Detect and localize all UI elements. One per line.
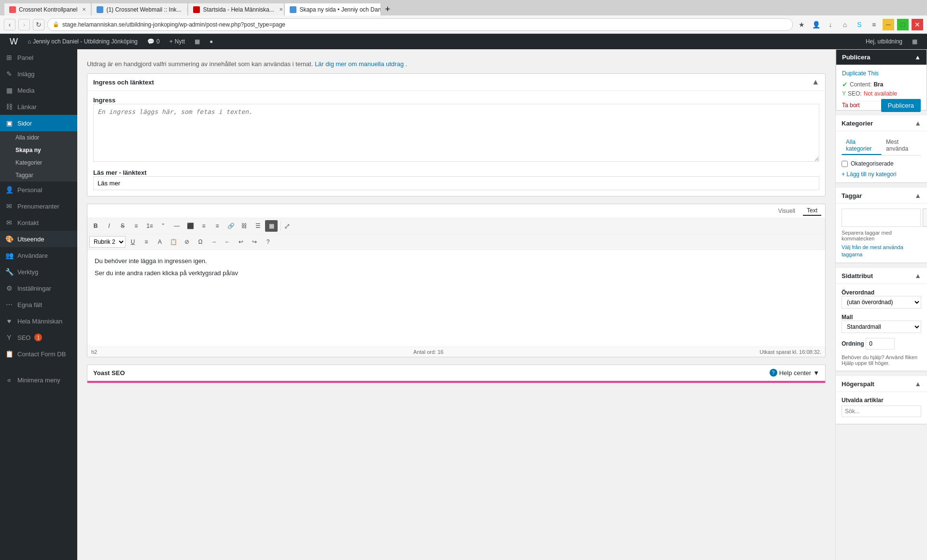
ingress-textarea[interactable] bbox=[93, 104, 819, 162]
sidebar-item-kontakt[interactable]: ✉ Kontakt bbox=[0, 214, 77, 231]
toolbar-align-right[interactable]: ≡ bbox=[211, 220, 224, 232]
sidebar-item-installningar[interactable]: ⚙ Inställningar bbox=[0, 280, 77, 296]
admin-bar-misc2[interactable]: ● bbox=[205, 34, 218, 49]
duplicate-this-link[interactable]: Duplicate This bbox=[842, 70, 879, 77]
admin-bar-new[interactable]: + Nytt bbox=[165, 34, 190, 49]
categories-panel-toggle[interactable]: ▲ bbox=[914, 119, 921, 127]
window-minimize[interactable]: ─ bbox=[883, 19, 894, 30]
bookmark-button[interactable]: ★ bbox=[796, 19, 807, 30]
heading-select[interactable]: Rubrik 2 bbox=[89, 236, 126, 248]
overordnad-select[interactable]: (utan överordnad) bbox=[842, 296, 921, 308]
toolbar-unordered-list[interactable]: ≡ bbox=[130, 220, 142, 232]
window-maximize[interactable]: □ bbox=[897, 19, 909, 30]
back-button[interactable]: ‹ bbox=[4, 19, 15, 30]
menu-button[interactable]: ≡ bbox=[868, 19, 880, 30]
toolbar-redo[interactable]: ↪ bbox=[248, 236, 261, 248]
toolbar-blockquote[interactable]: " bbox=[157, 220, 169, 232]
wp-logo-item[interactable]: W bbox=[5, 34, 23, 49]
toolbar-underline[interactable]: U bbox=[126, 236, 139, 248]
tags-suggestion-link[interactable]: Välj från de mest använda taggarna bbox=[842, 244, 903, 257]
browser-tab-3[interactable]: Startsida - Hela Människa... ✕ bbox=[188, 3, 284, 15]
tab1-close[interactable]: ✕ bbox=[82, 7, 86, 12]
hogerspalt-search-input[interactable] bbox=[842, 406, 921, 417]
reload-button[interactable]: ↻ bbox=[33, 19, 44, 30]
hogerspalt-panel-header[interactable]: Högerspalt ▲ bbox=[836, 376, 927, 392]
submenu-alla-sidor[interactable]: Alla sidor bbox=[0, 131, 77, 144]
mall-select[interactable]: Standardmall bbox=[842, 321, 921, 333]
forward-button[interactable]: › bbox=[18, 19, 30, 30]
home-button[interactable]: ⌂ bbox=[839, 19, 851, 30]
tab-text[interactable]: Text bbox=[803, 206, 821, 216]
sidebar-item-panel[interactable]: ⊞ Panel bbox=[0, 49, 77, 66]
sidebar-item-contact-form[interactable]: 📋 Contact Form DB bbox=[0, 346, 77, 362]
submenu-skapa-ny[interactable]: Skapa ny bbox=[0, 144, 77, 156]
window-close[interactable]: ✕ bbox=[912, 19, 923, 30]
sidebar-item-verktyg[interactable]: 🔧 Verktyg bbox=[0, 264, 77, 280]
new-tab-button[interactable]: + bbox=[381, 3, 394, 15]
toolbar-justify[interactable]: ≡ bbox=[140, 236, 153, 248]
yoast-help-label[interactable]: Help center bbox=[779, 369, 811, 377]
toolbar-special-char[interactable]: Ω bbox=[194, 236, 207, 248]
admin-bar-misc1[interactable]: ▦ bbox=[190, 34, 205, 49]
toolbar-ordered-list[interactable]: 1≡ bbox=[143, 220, 156, 232]
publish-panel-toggle[interactable]: ▲ bbox=[914, 54, 921, 61]
delete-button[interactable]: Ta bort bbox=[842, 102, 860, 109]
admin-bar-icon1[interactable]: ▦ bbox=[907, 34, 922, 49]
toolbar-strikethrough[interactable]: S bbox=[116, 220, 129, 232]
editor-body[interactable]: Du behöver inte lägga in ingressen igen.… bbox=[87, 250, 825, 347]
toolbar-align-left[interactable]: ⬛ bbox=[184, 220, 197, 232]
admin-greeting[interactable]: Hej, utbildning bbox=[861, 34, 907, 49]
toolbar-more[interactable]: ▦ bbox=[265, 220, 278, 232]
ingress-postbox-header[interactable]: Ingress och länktext ▲ bbox=[87, 74, 825, 91]
sidattribut-panel-header[interactable]: Sidattribut ▲ bbox=[836, 268, 927, 284]
skype-button[interactable]: S bbox=[854, 19, 865, 30]
sidattribut-panel-toggle[interactable]: ▲ bbox=[914, 272, 921, 280]
browser-tab-1[interactable]: Crossnet Kontrollpanel ✕ bbox=[4, 3, 91, 15]
tags-panel-header[interactable]: Taggar ▲ bbox=[836, 188, 927, 204]
tab3-close[interactable]: ✕ bbox=[279, 7, 283, 12]
profile-button[interactable]: 👤 bbox=[810, 19, 822, 30]
toolbar-color[interactable]: A bbox=[154, 236, 166, 248]
submenu-kategorier[interactable]: Kategorier bbox=[0, 156, 77, 169]
toolbar-indent[interactable]: → bbox=[208, 236, 220, 248]
browser-tab-4[interactable]: Skapa ny sida • Jenniy och Dani... ✕ bbox=[284, 3, 381, 15]
tags-panel-toggle[interactable]: ▲ bbox=[914, 192, 921, 199]
url-bar[interactable]: 🔒 stage.helamanniskan.se/utbildning-jonk… bbox=[47, 18, 793, 31]
sidebar-item-prenumeranter[interactable]: ✉ Prenumeranter bbox=[0, 198, 77, 214]
category-tab-all[interactable]: Alla kategorier bbox=[842, 136, 882, 155]
toolbar-bold[interactable]: B bbox=[89, 220, 102, 232]
admin-bar-comments[interactable]: 💬 0 bbox=[142, 34, 165, 49]
toolbar-italic[interactable]: I bbox=[103, 220, 115, 232]
yoast-help-icon[interactable]: ? bbox=[770, 369, 777, 377]
sidebar-item-media[interactable]: ▦ Media bbox=[0, 82, 77, 98]
excerpt-learn-more-link[interactable]: Lär dig mer om manuella utdrag bbox=[315, 60, 404, 68]
sidebar-item-anvandare[interactable]: 👥 Användare bbox=[0, 247, 77, 264]
toolbar-hr[interactable]: — bbox=[170, 220, 183, 232]
add-category-link[interactable]: + Lägg till ny kategori bbox=[842, 171, 921, 178]
yoast-help-chevron[interactable]: ▼ bbox=[813, 369, 819, 377]
sidebar-item-seo[interactable]: Y SEO 1 bbox=[0, 329, 77, 346]
toolbar-outdent[interactable]: ← bbox=[221, 236, 234, 248]
category-checkbox-okategoriserade[interactable] bbox=[842, 161, 848, 167]
toolbar-insert[interactable]: ☰ bbox=[252, 220, 264, 232]
tab-visuell[interactable]: Visuell bbox=[774, 207, 799, 215]
yoast-header[interactable]: Yoast SEO ? Help center ▼ bbox=[87, 365, 825, 381]
toolbar-undo[interactable]: ↩ bbox=[235, 236, 247, 248]
sidebar-item-hela-manniskan[interactable]: ♥ Hela Människan bbox=[0, 313, 77, 329]
sidebar-item-egna-falt[interactable]: ⋯ Egna fält bbox=[0, 296, 77, 313]
sidebar-item-personal[interactable]: 👤 Personal bbox=[0, 182, 77, 198]
admin-bar-site[interactable]: ⌂ Jenniy och Daniel - Utbildning Jönköpi… bbox=[23, 34, 142, 49]
toolbar-link[interactable]: 🔗 bbox=[225, 220, 237, 232]
tags-input-field[interactable] bbox=[842, 209, 921, 227]
toolbar-unlink[interactable]: ⛓ bbox=[238, 220, 251, 232]
toolbar-align-center[interactable]: ≡ bbox=[197, 220, 210, 232]
category-tab-popular[interactable]: Mest använda bbox=[882, 136, 921, 155]
sidebar-item-lankar[interactable]: ⛓ Länkar bbox=[0, 98, 77, 115]
sidebar-item-minimera[interactable]: « Minimera meny bbox=[0, 372, 77, 388]
sidebar-item-utseende[interactable]: 🎨 Utseende bbox=[0, 231, 77, 247]
lasmer-input[interactable] bbox=[93, 176, 819, 190]
toolbar-clear-format[interactable]: ⊘ bbox=[181, 236, 193, 248]
ingress-postbox-toggle[interactable]: ▲ bbox=[812, 78, 819, 86]
publish-button[interactable]: Publicera bbox=[881, 99, 921, 112]
submenu-taggar[interactable]: Taggar bbox=[0, 169, 77, 182]
